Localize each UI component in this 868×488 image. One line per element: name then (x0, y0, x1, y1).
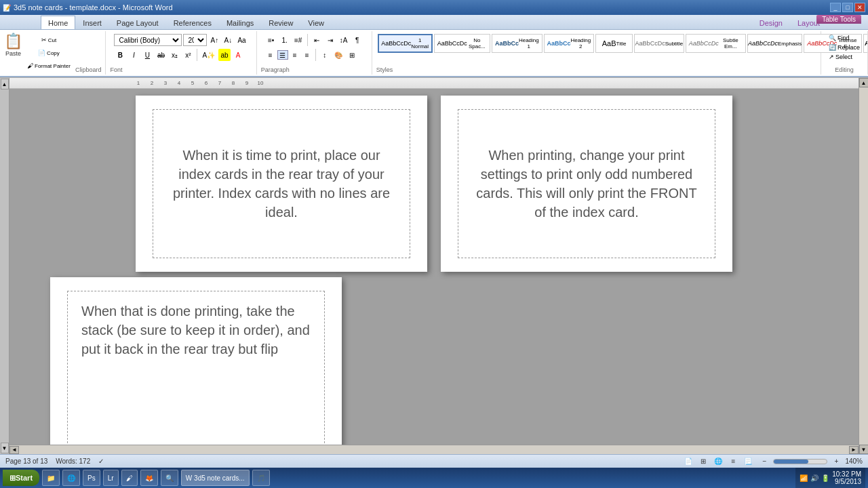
taskbar-firefox[interactable]: 🦊 (140, 470, 158, 486)
decrease-indent-button[interactable]: ⇤ (311, 34, 323, 46)
tab-home[interactable]: Home (41, 16, 75, 29)
bullets-button[interactable]: ≡• (265, 34, 277, 46)
tab-page-layout[interactable]: Page Layout (109, 16, 166, 29)
select-button[interactable]: ↗ Select (827, 53, 862, 61)
justify-button[interactable]: ≡ (302, 50, 313, 60)
page-2[interactable]: When printing, change your print setting… (441, 96, 732, 272)
style-heading1[interactable]: AaBbCcHeading 1 (492, 34, 542, 53)
scroll-left-button[interactable]: ◄ (9, 446, 19, 454)
style-no-space[interactable]: AaBbCcDcNo Spac... (434, 34, 490, 53)
style-normal[interactable]: AaBbCcDc1 Normal (378, 34, 433, 53)
horizontal-scrollbar[interactable]: ◄ ► (9, 445, 859, 454)
scroll-down-button[interactable]: ▼ (859, 445, 869, 454)
tab-review[interactable]: Review (261, 16, 300, 29)
paragraph-toolbar-1: ≡• 1. ≡# ⇤ ⇥ ↕A ¶ (261, 33, 368, 47)
outline-button[interactable]: ≡ (727, 455, 739, 468)
style-emphasis[interactable]: AaBbCcDcEmphasis (747, 34, 802, 53)
tab-view[interactable]: View (300, 16, 332, 29)
bold-button[interactable]: B (114, 49, 126, 61)
style-subtle[interactable]: AaBbCcDcSubtle Em... (686, 34, 746, 53)
scroll-right-button[interactable]: ► (849, 446, 859, 454)
increase-indent-button[interactable]: ⇥ (324, 34, 336, 46)
align-center-button[interactable]: ☰ (277, 50, 288, 60)
font-color-button[interactable]: A (232, 49, 244, 61)
status-right: 📄 ⊞ 🌐 ≡ 📃 − + 140% (682, 455, 863, 468)
taskbar-explorer[interactable]: 📁 (42, 470, 60, 486)
taskbar-ie[interactable]: 🌐 (62, 470, 80, 486)
index-card-3[interactable]: When that is done printing, take the sta… (67, 291, 325, 445)
status-left: Page 13 of 13 Words: 172 ✓ (5, 458, 104, 465)
title-bar: 📝 3d5 note cards - template.docx - Micro… (0, 0, 868, 15)
format-painter-button[interactable]: 🖌 Format Painter (25, 60, 73, 72)
font-toolbar: Calibri (Body) 20 A↑ A↓ Aa (110, 33, 252, 47)
strikethrough-button[interactable]: ab (155, 49, 167, 61)
text-effects-button[interactable]: A✨ (200, 49, 217, 61)
align-right-button[interactable]: ≡ (290, 50, 300, 60)
index-card-1[interactable]: When it is time to print, place our inde… (153, 109, 410, 258)
shading-button[interactable]: 🎨 (332, 49, 344, 61)
taskbar-word[interactable]: W 3d5 note cards... (181, 470, 250, 486)
taskbar-lightroom[interactable]: Lr (103, 470, 119, 486)
select-label: Select (835, 54, 852, 60)
line-spacing-button[interactable]: ↕ (319, 49, 331, 61)
zoom-slider[interactable] (773, 459, 827, 464)
highlight-button[interactable]: ab (218, 49, 231, 61)
paste-button[interactable]: 📋 (4, 33, 22, 50)
scroll-track[interactable] (19, 447, 849, 453)
index-card-2[interactable]: When printing, change your print setting… (458, 109, 715, 258)
replace-button[interactable]: 🔄 Replace (827, 43, 862, 52)
scroll-up-button[interactable]: ▲ (859, 78, 869, 87)
status-bar: Page 13 of 13 Words: 172 ✓ 📄 ⊞ 🌐 ≡ 📃 − +… (0, 454, 868, 468)
taskbar-photoshop2[interactable]: 🖌 (121, 470, 138, 486)
prev-page-button[interactable]: ▲ (1, 79, 9, 89)
ie-icon: 🌐 (67, 474, 75, 482)
superscript-button[interactable]: x² (182, 49, 194, 61)
tab-design[interactable]: Design (752, 16, 790, 29)
right-scrollbar[interactable]: ▲ ▼ (859, 78, 868, 454)
borders-button[interactable]: ⊞ (346, 49, 358, 61)
taskbar-photoshop[interactable]: Ps (83, 470, 100, 486)
tab-insert[interactable]: Insert (75, 16, 109, 29)
numbering-button[interactable]: 1. (279, 34, 291, 46)
multilevel-button[interactable]: ≡# (292, 34, 304, 46)
shrink-font-button[interactable]: A↓ (222, 34, 234, 46)
style-subtitle[interactable]: AaBbCcDcSubtitle (634, 34, 684, 53)
main-content: ▲ ▼ 1 2 3 4 5 6 7 8 9 10 (0, 78, 868, 454)
grow-font-button[interactable]: A↑ (208, 34, 220, 46)
sort-button[interactable]: ↕A (338, 34, 350, 46)
spellcheck-icon[interactable]: ✓ (98, 458, 104, 465)
style-title[interactable]: AaBTitle (595, 34, 633, 53)
font-name-select[interactable]: Calibri (Body) (114, 34, 182, 46)
clear-format-button[interactable]: Aa (235, 34, 248, 46)
full-screen-button[interactable]: ⊞ (697, 455, 709, 468)
italic-button[interactable]: I (127, 49, 140, 61)
show-marks-button[interactable]: ¶ (351, 34, 363, 46)
start-button[interactable]: ⊞ Start (3, 470, 39, 486)
page-3[interactable]: When that is done printing, take the sta… (50, 277, 342, 445)
font-section: Calibri (Body) 20 A↑ A↓ Aa B I U ab x₂ x… (106, 31, 256, 75)
title-bar-controls[interactable]: _ □ ✕ (830, 3, 865, 12)
copy-button[interactable]: 📄 Copy (25, 47, 73, 59)
maximize-button[interactable]: □ (842, 3, 853, 12)
underline-button[interactable]: U (141, 49, 153, 61)
align-left-button[interactable]: ≡ (265, 50, 276, 60)
next-page-button[interactable]: ▼ (1, 443, 9, 453)
find-label: Find (837, 35, 850, 41)
subscript-button[interactable]: x₂ (168, 49, 180, 61)
close-button[interactable]: ✕ (854, 3, 865, 12)
zoom-out-button[interactable]: − (758, 455, 770, 468)
print-layout-button[interactable]: 📄 (682, 455, 694, 468)
zoom-in-button[interactable]: + (830, 455, 842, 468)
font-size-select[interactable]: 20 (183, 34, 207, 46)
page-1[interactable]: When it is time to print, place our inde… (136, 96, 427, 272)
minimize-button[interactable]: _ (830, 3, 841, 12)
taskbar-chrome[interactable]: 🔍 (161, 470, 178, 486)
tab-references[interactable]: References (166, 16, 219, 29)
taskbar-vlc[interactable]: 🎵 (252, 470, 270, 486)
find-button[interactable]: 🔍 Find (827, 34, 862, 42)
style-heading2[interactable]: AaBbCcHeading 2 (544, 34, 595, 53)
tab-mailings[interactable]: Mailings (219, 16, 261, 29)
draft-button[interactable]: 📃 (742, 455, 754, 468)
web-layout-button[interactable]: 🌐 (712, 455, 724, 468)
cut-button[interactable]: ✂ Cut (25, 34, 73, 46)
